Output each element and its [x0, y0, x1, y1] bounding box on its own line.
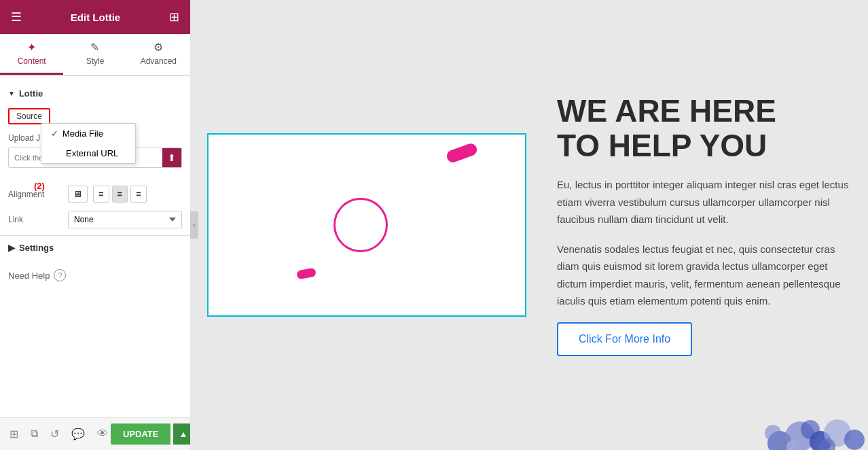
toolbar-right: UPDATE ▲	[111, 423, 193, 445]
check-icon: ✓	[51, 128, 58, 139]
flowers-decoration	[759, 382, 868, 450]
main-heading: WE ARE HERE TO HELP YOU	[557, 94, 854, 162]
source-row: Source ✓ Media File External URL (1)	[0, 104, 190, 128]
need-help-text: Need Help	[8, 271, 50, 281]
panel-content: ▼ Lottie Source ✓ Media File External UR…	[0, 76, 190, 417]
settings-arrow: ▶	[8, 243, 15, 253]
left-panel: ☰ Edit Lottie ⊞ ✦ Content ✎ Style ⚙ Adva…	[0, 0, 190, 450]
align-center-btn[interactable]: ≡	[112, 186, 128, 203]
hamburger-icon[interactable]: ☰	[11, 10, 22, 24]
panel-title: Edit Lottie	[71, 12, 120, 23]
need-help[interactable]: Need Help ?	[0, 260, 190, 291]
alignment-row: Alignment 🖥 ≡ ≡ ≡	[0, 181, 190, 207]
media-file-option[interactable]: ✓ Media File	[41, 124, 135, 143]
panel-tabs: ✦ Content ✎ Style ⚙ Advanced	[0, 34, 190, 76]
align-left-btn[interactable]: ≡	[93, 186, 109, 203]
help-icon: ?	[54, 269, 66, 281]
tab-advanced-label: Advanced	[141, 56, 177, 66]
toolbar-left: ⊞ ⧉ ↺ 💬 👁	[7, 425, 111, 443]
settings-title: Settings	[19, 243, 54, 253]
tab-style-label: Style	[86, 56, 105, 66]
link-label: Link	[8, 215, 62, 224]
link-select[interactable]: None	[68, 211, 182, 228]
link-row: Link None	[0, 207, 190, 232]
settings-section: ▶ Settings	[0, 235, 190, 260]
panel-header: ☰ Edit Lottie ⊞	[0, 0, 190, 34]
tab-style[interactable]: ✎ Style	[63, 34, 126, 75]
right-content: WE ARE HERE TO HELP YOU Eu, lectus in po…	[557, 14, 854, 436]
bottom-toolbar: ⊞ ⧉ ↺ 💬 👁 UPDATE ▲	[0, 417, 190, 450]
layers-icon[interactable]: ⊞	[7, 425, 21, 443]
lottie-section-header[interactable]: ▼ Lottie	[0, 83, 190, 104]
stack-icon[interactable]: ⧉	[28, 425, 41, 443]
eye-icon[interactable]: 👁	[94, 425, 111, 443]
lottie-canvas[interactable]	[207, 133, 526, 317]
align-right-btn[interactable]: ≡	[130, 186, 147, 203]
grid-icon[interactable]: ⊞	[169, 10, 179, 24]
collapse-handle[interactable]: ‹	[190, 211, 198, 239]
external-url-option[interactable]: External URL	[41, 143, 135, 163]
tab-advanced[interactable]: ⚙ Advanced	[127, 34, 190, 75]
tab-content-label: Content	[18, 56, 46, 66]
cta-button[interactable]: Click For More Info	[557, 322, 692, 356]
lottie-shape-pill-top	[445, 142, 478, 165]
style-tab-icon: ✎	[90, 41, 99, 54]
lottie-section-arrow: ▼	[8, 90, 15, 97]
upload-btn[interactable]: ⬆	[162, 148, 181, 167]
lottie-section-title: Lottie	[19, 88, 43, 99]
source-dropdown: ✓ Media File External URL	[41, 123, 136, 164]
svg-point-6	[801, 420, 820, 439]
lottie-shape-pill-bottom	[296, 268, 317, 280]
undo-icon[interactable]: ↺	[48, 425, 62, 443]
svg-point-5	[765, 425, 781, 441]
lottie-shape-circle	[333, 198, 388, 252]
content-tab-icon: ✦	[27, 41, 36, 54]
align-options: ≡ ≡ ≡	[93, 186, 147, 203]
tab-content[interactable]: ✦ Content	[0, 34, 63, 75]
monitor-icon-btn[interactable]: 🖥	[68, 186, 88, 203]
chat-icon[interactable]: 💬	[69, 425, 88, 443]
source-button[interactable]: Source	[8, 108, 50, 124]
canvas-area	[204, 14, 530, 436]
main-content: WE ARE HERE TO HELP YOU Eu, lectus in po…	[190, 0, 868, 450]
svg-point-4	[844, 430, 865, 450]
settings-header[interactable]: ▶ Settings	[0, 236, 190, 260]
alignment-label: Alignment	[8, 190, 62, 199]
paragraph-1: Eu, lectus in porttitor integer aliquam …	[557, 176, 854, 228]
media-file-label: Media File	[62, 128, 103, 139]
paragraph-2: Venenatis sodales lectus feugiat et nec,…	[557, 241, 854, 310]
external-url-label: External URL	[66, 148, 118, 158]
advanced-tab-icon: ⚙	[153, 41, 163, 54]
update-button[interactable]: UPDATE	[111, 423, 170, 445]
